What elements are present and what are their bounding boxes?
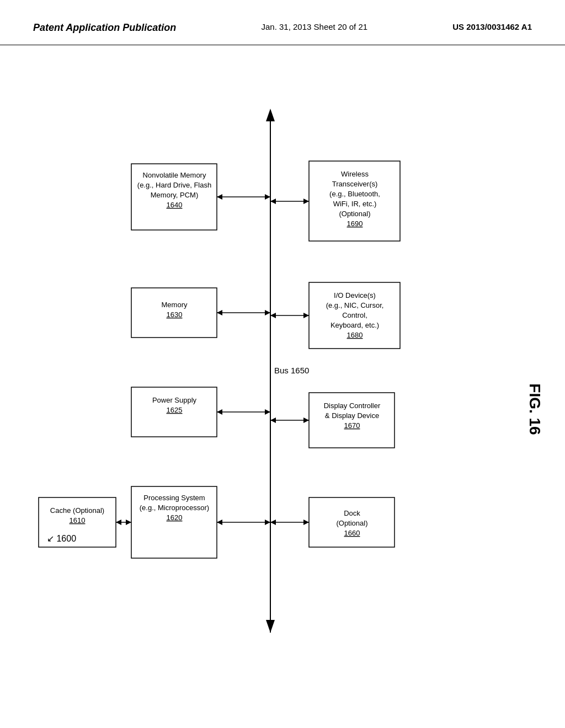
svg-text:1610: 1610 [70, 516, 86, 524]
bus-display-arrow-right [303, 417, 309, 423]
proc-bus-arrow-right [265, 520, 270, 525]
patent-number: US 2013/0031462 A1 [452, 22, 532, 31]
svg-text:WiFi, IR, etc.): WiFi, IR, etc.) [333, 200, 377, 208]
figure-label: FIG. 16 [526, 383, 543, 435]
svg-text:(e.g., Microprocessor): (e.g., Microprocessor) [140, 504, 209, 512]
svg-text:(e.g., NIC, Cursor,: (e.g., NIC, Cursor, [326, 301, 384, 309]
mem-bus-arrow-left [217, 310, 222, 315]
cache-proc-arrow-right [126, 520, 131, 525]
bus-label: Bus 1650 [274, 366, 309, 375]
bus-wireless-arrow-left [270, 199, 276, 204]
svg-text:Transceiver(s): Transceiver(s) [332, 180, 378, 188]
page-header: Patent Application Publication Jan. 31, … [0, 0, 565, 45]
power-bus-arrow-right [265, 409, 270, 415]
svg-text:1640: 1640 [167, 201, 183, 209]
svg-text:1660: 1660 [344, 529, 360, 537]
display-box [309, 393, 395, 448]
mem-bus-arrow-right [265, 310, 270, 315]
svg-text:(Optional): (Optional) [336, 519, 367, 527]
svg-text:Cache (Optional): Cache (Optional) [50, 506, 104, 515]
svg-text:(e.g., Bluetooth,: (e.g., Bluetooth, [329, 190, 380, 198]
cache-proc-arrow-left [116, 520, 121, 525]
svg-text:1625: 1625 [167, 406, 183, 414]
bus-io-arrow-left [270, 313, 276, 318]
svg-text:Wireless: Wireless [341, 170, 369, 178]
svg-text:Memory: Memory [162, 301, 188, 309]
publication-title: Patent Application Publication [33, 22, 176, 34]
svg-text:1680: 1680 [347, 331, 363, 339]
svg-text:1620: 1620 [167, 513, 183, 522]
bus-wireless-arrow-right [303, 199, 309, 204]
system-label: ↙ 1600 [47, 534, 76, 543]
svg-text:Keyboard, etc.): Keyboard, etc.) [331, 321, 379, 329]
nonvol-bus-arrow-left [217, 194, 222, 200]
bus-dock-arrow-left [270, 520, 276, 525]
bus-display-arrow-left [270, 417, 276, 423]
svg-text:(e.g., Hard Drive, Flash: (e.g., Hard Drive, Flash [137, 181, 211, 189]
svg-text:Power Supply: Power Supply [152, 396, 197, 404]
svg-text:Control,: Control, [342, 311, 367, 319]
svg-text:Dock: Dock [344, 509, 360, 517]
nonvol-bus-arrow-right [265, 194, 270, 200]
proc-bus-arrow-left [217, 520, 222, 525]
block-diagram: ↙ 1600 Bus 1650 Cache (Optional) 1610 Pr… [0, 45, 565, 707]
svg-text:Processing System: Processing System [143, 494, 205, 502]
power-bus-arrow-left [217, 409, 222, 415]
bus-io-arrow-right [303, 313, 309, 318]
diagram-area: ↙ 1600 Bus 1650 Cache (Optional) 1610 Pr… [0, 45, 565, 707]
bus-dock-arrow-right [303, 520, 309, 525]
svg-text:Display Controller: Display Controller [324, 402, 381, 410]
svg-text:(Optional): (Optional) [339, 210, 370, 218]
svg-text:Memory, PCM): Memory, PCM) [151, 191, 198, 199]
svg-text:1630: 1630 [167, 311, 183, 319]
sheet-info: Jan. 31, 2013 Sheet 20 of 21 [261, 22, 367, 31]
svg-text:1690: 1690 [347, 220, 363, 228]
svg-text:I/O Device(s): I/O Device(s) [334, 291, 376, 299]
svg-text:1670: 1670 [344, 421, 360, 430]
svg-text:Nonvolatile Memory: Nonvolatile Memory [143, 171, 206, 179]
svg-text:& Display Device: & Display Device [325, 411, 379, 420]
